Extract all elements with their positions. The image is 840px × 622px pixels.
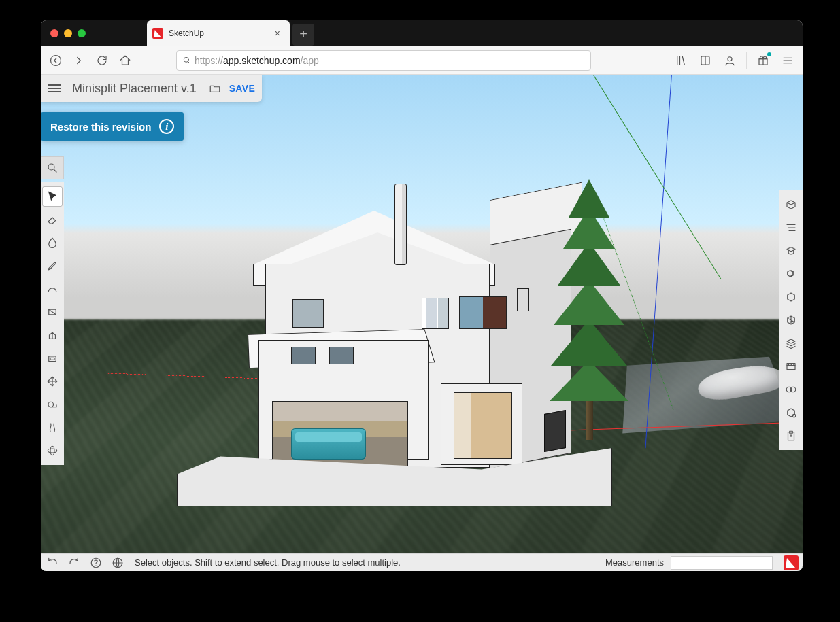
- tab-title: SketchUp: [169, 29, 272, 38]
- main-menu-button[interactable]: [41, 88, 68, 89]
- svg-rect-8: [50, 358, 54, 360]
- whats-new-button[interactable]: [752, 50, 774, 71]
- panel-scenes[interactable]: [781, 355, 801, 378]
- panel-layers[interactable]: [781, 332, 801, 355]
- save-button[interactable]: SAVE: [229, 83, 255, 94]
- tab-bar: SketchUp × +: [41, 20, 803, 46]
- search-icon: [182, 56, 192, 65]
- tool-pencil[interactable]: [42, 254, 63, 277]
- browser-toolbar: https://app.sketchup.com/app: [41, 46, 803, 75]
- new-tab-button[interactable]: +: [292, 24, 314, 46]
- svg-point-1: [184, 57, 188, 62]
- svg-point-11: [50, 446, 54, 455]
- tool-orbit[interactable]: [42, 439, 63, 462]
- browser-window: SketchUp × + https://app.sketchup.com/ap…: [41, 20, 803, 571]
- panel-components[interactable]: [781, 262, 801, 286]
- measurements-label: Measurements: [605, 557, 664, 568]
- panel-shadows[interactable]: [781, 401, 801, 424]
- url-protocol: https://: [195, 55, 223, 66]
- svg-point-10: [48, 449, 57, 453]
- url-field[interactable]: https://app.sketchup.com/app: [176, 50, 591, 71]
- tool-arc[interactable]: [42, 277, 63, 300]
- forward-button[interactable]: [68, 50, 90, 71]
- tool-eraser[interactable]: [42, 208, 63, 231]
- info-icon[interactable]: i: [159, 119, 174, 134]
- app-area: Minisplit Placement v.1 SAVE Restore thi…: [41, 75, 803, 571]
- svg-point-9: [48, 402, 54, 407]
- document-title: Minisplit Placement v.1: [68, 82, 201, 96]
- svg-point-0: [51, 55, 61, 65]
- panel-styles[interactable]: [781, 378, 801, 401]
- reload-button[interactable]: [91, 50, 113, 71]
- restore-revision-bar[interactable]: Restore this revision i: [41, 112, 184, 141]
- panel-model-info[interactable]: [781, 193, 801, 216]
- app-menu-button[interactable]: [777, 50, 799, 71]
- close-window-button[interactable]: [50, 29, 58, 37]
- status-hint: Select objects. Shift to extend select. …: [135, 557, 401, 568]
- svg-point-3: [728, 56, 732, 61]
- back-button[interactable]: [45, 50, 67, 71]
- tool-pushpull[interactable]: [42, 324, 63, 347]
- search-icon: [46, 162, 58, 174]
- reader-button[interactable]: [694, 50, 716, 71]
- sketchup-logo-icon[interactable]: [784, 555, 799, 570]
- right-panel-bar: [779, 190, 803, 450]
- account-button[interactable]: [719, 50, 741, 71]
- home-button[interactable]: [114, 50, 136, 71]
- close-tab-button[interactable]: ×: [272, 28, 283, 39]
- svg-point-5: [48, 164, 54, 170]
- panel-display[interactable]: [781, 309, 801, 332]
- sketchup-favicon-icon: [152, 28, 163, 39]
- window-controls: [50, 29, 86, 37]
- tool-offset[interactable]: [42, 347, 63, 370]
- url-host: app.sketchup.com: [223, 55, 301, 66]
- tool-select[interactable]: [42, 186, 63, 207]
- restore-revision-label: Restore this revision: [50, 121, 151, 133]
- tree-model: [544, 175, 646, 447]
- status-bar: Select objects. Shift to extend select. …: [41, 553, 803, 571]
- browser-right-icons: [670, 50, 799, 71]
- tool-walk[interactable]: [42, 416, 63, 439]
- tool-paint[interactable]: [42, 231, 63, 254]
- undo-button[interactable]: [45, 555, 60, 570]
- redo-button[interactable]: [67, 555, 82, 570]
- tool-tape[interactable]: [42, 393, 63, 416]
- zoom-window-button[interactable]: [78, 29, 86, 37]
- language-button[interactable]: [110, 555, 125, 570]
- search-tool-button[interactable]: [41, 156, 64, 179]
- panel-outliner[interactable]: [781, 216, 801, 239]
- tool-move[interactable]: [42, 370, 63, 393]
- folder-icon[interactable]: [207, 82, 222, 94]
- model-viewport[interactable]: [41, 75, 803, 555]
- browser-tab[interactable]: SketchUp ×: [147, 20, 290, 46]
- svg-rect-7: [49, 356, 56, 362]
- minimize-window-button[interactable]: [64, 29, 72, 37]
- house-model: [177, 143, 558, 496]
- left-toolbar: [41, 182, 64, 465]
- tool-rectangle[interactable]: [42, 300, 63, 324]
- panel-instructor[interactable]: [781, 239, 801, 262]
- document-header: Minisplit Placement v.1 SAVE: [41, 75, 262, 102]
- help-button[interactable]: [88, 555, 103, 570]
- panel-materials[interactable]: [781, 286, 801, 309]
- measurements-input[interactable]: [671, 556, 773, 570]
- library-button[interactable]: [670, 50, 692, 71]
- toolbar-divider: [746, 52, 747, 69]
- panel-clipboard[interactable]: [781, 424, 801, 447]
- url-path: /app: [301, 55, 319, 66]
